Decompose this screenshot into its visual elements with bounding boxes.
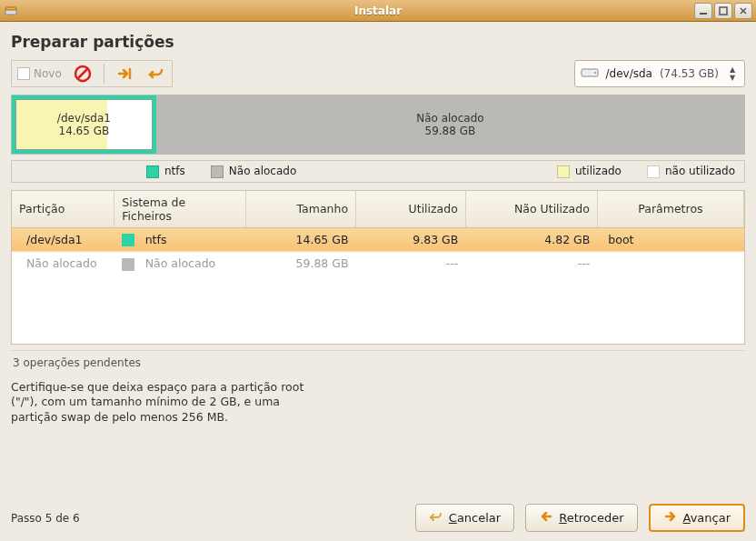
checkbox-icon [17,67,30,80]
app-icon [4,4,18,18]
chevron-down-icon[interactable]: ▼ [730,75,739,82]
arrow-left-icon [539,509,553,526]
apply-icon[interactable] [115,64,135,84]
forward-label: vançar [691,511,731,525]
table-row[interactable]: Não alocado Não alocado59.88 GB------ [12,252,744,276]
advice-text: Certifique-se que deixa espaço para a pa… [11,380,745,426]
partition-table: Partição Sistema de Ficheiros Tamanho Ut… [11,190,745,345]
graph-unalloc-label: Não alocado [416,112,483,125]
new-partition-button: Novo [17,67,62,80]
window-title: Instalar [0,5,756,17]
step-label: Passo 5 de 6 [11,512,80,525]
legend-unallocated: Não alocado [211,165,296,178]
svg-rect-1 [5,7,16,10]
cell-partition: Não alocado [12,252,114,276]
legend-ntfs: ntfs [146,165,185,178]
graph-sda1-size: 14.65 GB [59,125,110,137]
maximize-button[interactable] [714,3,732,19]
table-header-row: Partição Sistema de Ficheiros Tamanho Ut… [12,191,744,228]
cell-filesystem: ntfs [114,227,246,252]
page-title: Preparar partições [11,33,745,51]
svg-rect-3 [720,7,727,15]
cell-params [597,252,743,276]
chevron-up-icon[interactable]: ▲ [730,66,739,74]
cell-filesystem: Não alocado [114,252,246,276]
titlebar: Instalar [0,0,756,22]
legend-unused: não utilizado [647,165,735,178]
undo-arrow-icon [429,509,443,526]
graph-partition-sda1[interactable]: /dev/sda1 14.65 GB [12,95,156,154]
close-button[interactable] [734,3,752,19]
window-controls [694,3,756,19]
cell-size: 14.65 GB [246,227,356,252]
cell-unused: --- [465,252,597,276]
cell-used: --- [356,252,466,276]
cell-unused: 4.82 GB [465,227,597,252]
col-partition[interactable]: Partição [12,191,114,228]
cancel-button[interactable]: Cancelar [415,504,514,532]
toolbar-divider [104,64,104,84]
pending-operations[interactable]: 3 operações pendentes [11,350,745,371]
graph-unalloc-size: 59.88 GB [425,125,476,137]
graph-sda1-label: /dev/sda1 [57,112,111,125]
disk-graph: /dev/sda1 14.65 GB Não alocado 59.88 GB [11,95,745,155]
minimize-button[interactable] [694,3,712,19]
device-spinner[interactable]: ▲ ▼ [730,66,739,82]
cancel-label: ancelar [457,511,501,525]
svg-line-7 [78,69,87,78]
footer: Passo 5 de 6 Cancelar Retroceder Avançar [11,493,745,532]
back-button[interactable]: Retroceder [525,504,637,532]
back-label: etroceder [567,511,624,525]
cell-used: 9.83 GB [356,227,466,252]
toolbar-left: Novo [11,60,173,87]
col-unused[interactable]: Não Utilizado [465,191,597,228]
device-path: /dev/sda [606,67,652,80]
graph-unallocated[interactable]: Não alocado 59.88 GB [156,95,744,154]
svg-point-10 [594,72,596,74]
svg-rect-2 [700,13,707,15]
cell-size: 59.88 GB [246,252,356,276]
drive-icon [581,66,599,82]
col-params[interactable]: Parâmetros [597,191,743,228]
device-selector[interactable]: /dev/sda (74.53 GB) ▲ ▼ [574,60,745,87]
table-row[interactable]: /dev/sda1 ntfs14.65 GB9.83 GB4.82 GBboot [12,227,744,252]
undo-icon[interactable] [146,64,166,84]
legend: ntfs Não alocado utilizado não utilizado [11,160,745,183]
new-label: Novo [34,67,62,80]
forward-button[interactable]: Avançar [649,504,746,532]
toolbar: Novo /dev/sda (74.53 GB) ▲ ▼ [11,60,745,87]
window-body: Preparar partições Novo /dev/sda (74 [0,22,756,541]
cell-partition: /dev/sda1 [12,227,114,252]
device-size: (74.53 GB) [660,67,719,80]
delete-icon[interactable] [73,64,93,84]
arrow-right-icon [663,509,678,526]
col-used[interactable]: Utilizado [356,191,466,228]
col-size[interactable]: Tamanho [246,191,356,228]
cell-params: boot [597,227,743,252]
legend-used: utilizado [557,165,622,178]
col-filesystem[interactable]: Sistema de Ficheiros [114,191,246,228]
